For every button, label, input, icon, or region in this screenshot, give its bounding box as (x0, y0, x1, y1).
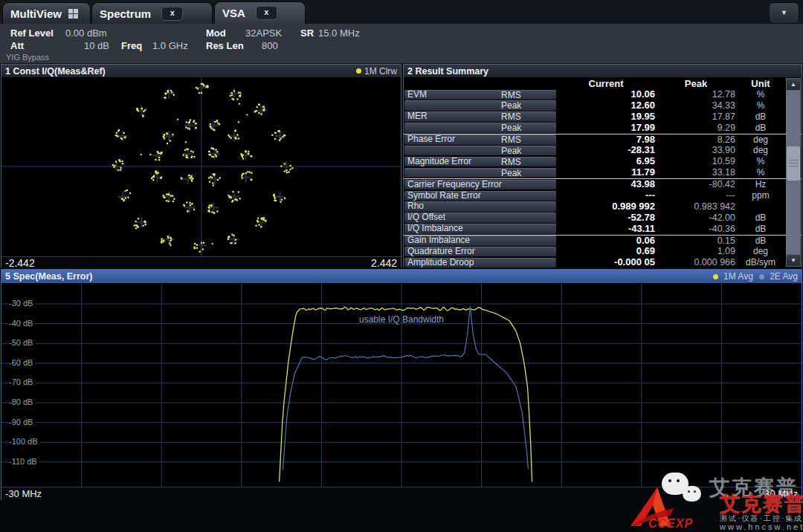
cell-unit: % (737, 156, 784, 167)
cell-current: 0.06 (557, 236, 655, 247)
cell-unit: Hz (737, 179, 784, 190)
x-axis-max-label: 2.442 (371, 257, 397, 269)
table-row: Symbol Rate Error------ppm (404, 190, 802, 201)
result-summary-header[interactable]: 2 Result Summary (404, 65, 802, 77)
legend-trace-1[interactable]: 1M Avg (707, 271, 753, 282)
ccexp-text: CCEXP (648, 517, 693, 531)
cell-unit: dB (737, 213, 784, 224)
table-row: Carrier Frequency Error43.98-80.42Hz (404, 178, 802, 190)
column-header-unit: Unit (737, 78, 784, 89)
legend-trace-2[interactable]: 2E Avg (753, 271, 798, 282)
result-summary-title: 2 Result Summary (407, 66, 488, 77)
row-label: Symbol Rate Error (404, 191, 556, 201)
table-row: MERRMS19.9517.87dB (404, 111, 802, 123)
cell-current: -0.000 05 (557, 257, 655, 267)
cell-current: 10.06 (557, 89, 655, 100)
vendor-watermark: CCEXP 艾克赛普 艾克赛普 测试·仪器·工控·集成 www.hncsw.ne… (626, 471, 803, 532)
trace1-color-dot (713, 274, 718, 279)
cell-peak: 10.59 (657, 156, 735, 167)
y-axis-label: -60 dB (9, 358, 35, 367)
cell-peak: 0.15 (657, 236, 735, 247)
cell-current: 6.95 (557, 156, 655, 167)
cell-current: 0.69 (557, 246, 655, 257)
spectrum-window: 5 Spec(Meas, Error) 1M Avg 2E Avg -30 dB… (1, 269, 802, 500)
att-label: Att (10, 40, 24, 51)
res-len-label: Res Len (206, 40, 244, 51)
cell-unit: deg (737, 145, 784, 156)
cell-unit: dB (737, 236, 784, 247)
cell-current: -28.31 (557, 145, 655, 156)
tab-multiview[interactable]: MultiView (2, 2, 91, 24)
mod-value[interactable]: 32APSK (245, 27, 282, 39)
usable-bandwidth-annotation: usable I/Q Bandwidth (1, 314, 802, 325)
scrollbar[interactable]: ▲ ▼ (786, 78, 801, 267)
column-header-peak: Peak (657, 78, 735, 89)
y-axis-label: -50 dB (9, 338, 35, 347)
constellation-window-header[interactable]: 1 Const I/Q(Meas&Ref) 1M Clrw (1, 65, 401, 77)
trace-badge-label: 1M Clrw (364, 66, 397, 77)
cell-unit: dB (737, 111, 784, 123)
watermark-url: www.hncsw.net (720, 522, 803, 531)
table-row: Gain Imbalance0.060.15dB (404, 235, 802, 247)
table-rows: EVMRMS10.0612.78%Peak12.6034.33%MERRMS19… (404, 89, 802, 267)
y-axis-label: -110 dB (9, 457, 39, 466)
table-row: Quadrature Error0.691.09deg (404, 246, 802, 257)
cell-unit: dB (737, 123, 784, 134)
row-sublabel: RMS (501, 90, 521, 101)
cell-peak: 34.33 (657, 100, 735, 111)
scroll-up-button[interactable]: ▲ (786, 78, 801, 91)
vsa-analyzer-screen: MultiView Spectrum x VSA x ▼ Ref Level 0… (0, 0, 803, 532)
table-row: Peak11.7933.18% (404, 167, 802, 178)
cell-unit: % (737, 167, 784, 178)
row-label: MERRMS (404, 111, 556, 122)
spectrum-title: 5 Spec(Meas, Error) (5, 271, 92, 282)
cell-peak: 0.000 966 (657, 257, 735, 267)
column-header-current: Current (557, 78, 655, 89)
row-sublabel: Peak (501, 123, 521, 134)
row-sublabel: RMS (501, 157, 521, 168)
table-row: I/Q Imbalance-43.11-40.36dB (404, 224, 802, 235)
ref-level-value[interactable]: 0.00 dBm (65, 27, 107, 39)
att-value[interactable]: 10 dB (84, 40, 109, 51)
close-icon[interactable]: x (256, 6, 277, 20)
cell-current: 17.99 (557, 123, 655, 134)
spectrum-plot[interactable]: -30 dB-40 dB-50 dB-60 dB-70 dB-80 dB-90 … (1, 283, 802, 487)
row-sublabel: Peak (501, 100, 521, 111)
scroll-down-button[interactable]: ▼ (786, 254, 801, 267)
row-label: Peak (404, 168, 556, 178)
trace-color-dot (356, 68, 361, 74)
constellation-plot[interactable] (1, 77, 401, 256)
table-row: I/Q Offset-52.78-42.00dB (404, 213, 802, 224)
scrollbar-thumb[interactable] (787, 146, 800, 181)
multiview-grid-icon (68, 9, 78, 19)
cell-unit: dB (737, 224, 784, 235)
cell-peak: -40.36 (657, 224, 735, 235)
table-row: Peak17.999.29dB (404, 123, 802, 134)
freq-value[interactable]: 1.0 GHz (152, 40, 188, 51)
close-icon[interactable]: x (161, 7, 183, 21)
row-label: Amplitude Droop (404, 258, 556, 267)
row-label: Gain Imbalance (404, 236, 556, 246)
constellation-svg (1, 77, 401, 256)
res-len-value[interactable]: 800 (262, 40, 278, 51)
tab-overflow-button[interactable]: ▼ (769, 2, 799, 24)
y-axis-label: -80 dB (9, 398, 35, 406)
ref-level-label: Ref Level (10, 27, 54, 39)
table-row: Peak12.6034.33% (404, 100, 802, 111)
cell-current: -52.78 (557, 213, 655, 224)
sr-value[interactable]: 15.0 MHz (318, 27, 360, 39)
cell-current: -43.11 (557, 224, 655, 235)
cell-current: 7.98 (557, 134, 655, 146)
cell-unit: % (737, 100, 784, 111)
constellation-title: 1 Const I/Q(Meas&Ref) (5, 66, 106, 77)
tab-spectrum[interactable]: Spectrum x (91, 2, 213, 24)
y-axis-label: -100 dB (9, 437, 40, 446)
tab-vsa[interactable]: VSA x (214, 1, 306, 24)
table-row: Magnitude ErrorRMS6.9510.59% (404, 156, 802, 167)
cell-peak: 9.29 (657, 123, 735, 134)
cell-peak: 0.983 942 (657, 201, 735, 213)
spectrum-window-header[interactable]: 5 Spec(Meas, Error) 1M Avg 2E Avg (1, 270, 802, 283)
row-sublabel: Peak (501, 146, 521, 157)
constellation-trace-badge[interactable]: 1M Clrw (350, 66, 397, 77)
row-label: Peak (404, 146, 556, 156)
